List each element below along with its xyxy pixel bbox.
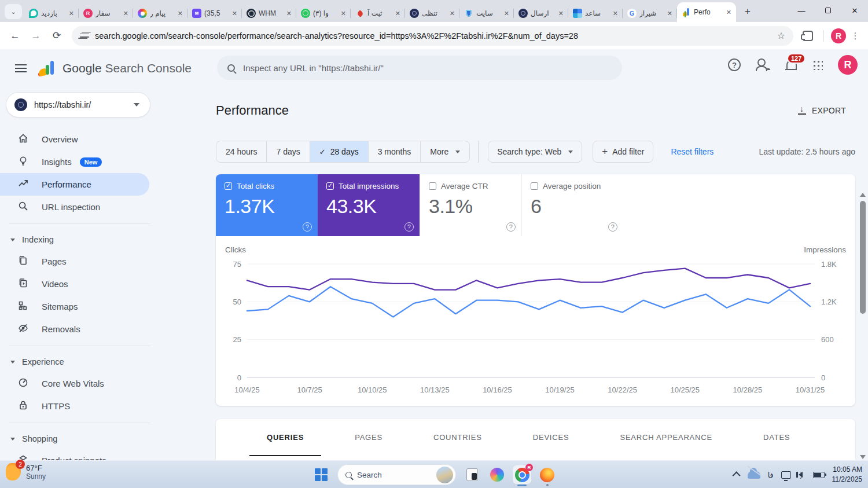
tab-countries[interactable]: COUNTRIES	[416, 419, 499, 456]
tab-search-button[interactable]: ⌄	[5, 4, 22, 19]
sidebar-item-https[interactable]: HTTPS	[0, 395, 149, 417]
date-range-3-months[interactable]: 3 months	[368, 141, 421, 162]
tab-close-icon[interactable]: ✕	[448, 10, 456, 17]
checked-checkbox[interactable]	[326, 182, 334, 190]
sidebar-section-experience[interactable]: Experience	[0, 351, 162, 372]
unchecked-checkbox[interactable]	[429, 182, 436, 190]
sidebar-item-videos[interactable]: Videos	[0, 273, 149, 295]
language-indicator[interactable]: فا	[768, 471, 774, 479]
weather-widget[interactable]: 2 67°F Sunny	[6, 463, 46, 480]
tab-close-icon[interactable]: ✕	[725, 9, 733, 16]
browser-menu-icon[interactable]: ⋮	[848, 31, 862, 41]
browser-tab[interactable]: Gشیراز✕	[623, 5, 677, 22]
tab-dates[interactable]: DATES	[746, 419, 807, 456]
user-settings-icon[interactable]	[756, 58, 770, 71]
help-icon[interactable]: ?	[506, 222, 516, 232]
sidebar-item-sitemaps[interactable]: Sitemaps	[0, 295, 149, 318]
reload-button[interactable]: ⟳	[47, 27, 66, 45]
scrollbar-thumb[interactable]	[860, 201, 866, 314]
help-icon[interactable]: ?	[404, 222, 414, 232]
notifications-bell-icon[interactable]: 127	[785, 58, 797, 71]
date-range-24-hours[interactable]: 24 hours	[216, 141, 266, 162]
browser-tab[interactable]: WHM✕	[242, 5, 296, 22]
clock[interactable]: 10:05 AM 11/2/2025	[832, 465, 863, 485]
forward-button[interactable]: →	[27, 27, 45, 45]
unchecked-checkbox[interactable]	[531, 182, 538, 190]
tab-close-icon[interactable]: ✕	[612, 10, 619, 17]
tab-queries[interactable]: QUERIES	[249, 419, 321, 456]
property-selector[interactable]: https://tabshi.ir/	[6, 92, 150, 118]
scroll-up-arrow[interactable]	[860, 193, 866, 197]
browser-tab[interactable]: وا (۳)✕	[296, 5, 351, 22]
tab-close-icon[interactable]: ✕	[231, 10, 238, 17]
sidebar-item-insights[interactable]: InsightsNew	[0, 151, 149, 173]
menu-icon[interactable]	[15, 64, 27, 72]
date-range-more[interactable]: More	[420, 141, 469, 162]
address-bar[interactable]: search.google.com/search-console/perform…	[72, 26, 793, 46]
search-type-chip[interactable]: Search type: Web	[488, 141, 582, 163]
checked-checkbox[interactable]	[225, 182, 232, 190]
tab-close-icon[interactable]: ✕	[557, 10, 565, 17]
sidebar-item-product-snippets[interactable]: Product snippets	[0, 449, 149, 460]
google-apps-icon[interactable]	[812, 60, 823, 70]
url-text[interactable]: search.google.com/search-console/perform…	[95, 31, 771, 41]
chrome-icon[interactable]: R	[513, 466, 531, 483]
battery-icon[interactable]	[813, 472, 825, 478]
browser-tab[interactable]: ثبت آ✕	[351, 5, 405, 22]
maximize-button[interactable]	[815, 0, 841, 21]
metric-card-total-clicks[interactable]: Total clicks1.37K?	[216, 174, 318, 236]
start-button[interactable]	[312, 466, 330, 483]
sidebar-item-performance[interactable]: Performance	[0, 173, 149, 196]
tab-close-icon[interactable]: ✕	[340, 10, 347, 17]
copilot-icon[interactable]	[488, 466, 506, 483]
sidebar-item-url-inspection[interactable]: URL inspection	[0, 196, 149, 218]
speaker-icon[interactable]	[799, 472, 803, 478]
browser-tab[interactable]: Perfo✕	[677, 2, 736, 22]
export-button[interactable]: EXPORT	[798, 106, 846, 115]
browser-tab[interactable]: بازدید✕	[24, 5, 79, 22]
minimize-button[interactable]: —	[788, 0, 815, 21]
sidebar-item-removals[interactable]: Removals	[0, 318, 149, 340]
browser-profile-avatar[interactable]: R	[831, 28, 846, 43]
reset-filters-link[interactable]: Reset filters	[671, 147, 713, 156]
firefox-icon[interactable]	[538, 466, 556, 483]
extensions-icon[interactable]	[803, 31, 813, 41]
onedrive-icon[interactable]	[748, 471, 760, 479]
metric-card-total-impressions[interactable]: Total impressions43.3K?	[318, 174, 420, 236]
tray-expand-icon[interactable]	[732, 471, 740, 479]
help-icon[interactable]: ?	[608, 222, 617, 232]
tab-pages[interactable]: PAGES	[337, 419, 400, 456]
metric-card-average-position[interactable]: Average position6?	[521, 174, 623, 236]
help-icon[interactable]: ?	[728, 58, 741, 71]
add-filter-chip[interactable]: + Add filter	[593, 141, 653, 163]
browser-tab[interactable]: Rسفار✕	[79, 5, 133, 22]
account-avatar[interactable]: R	[838, 55, 858, 75]
site-settings-icon[interactable]	[80, 32, 89, 39]
display-icon[interactable]	[781, 471, 791, 479]
tab-close-icon[interactable]: ✕	[503, 10, 510, 17]
browser-tab[interactable]: پیام ر✕	[133, 5, 187, 22]
bookmark-star-icon[interactable]: ☆	[777, 30, 785, 41]
url-inspect-search[interactable]: Inspect any URL in "https://tabshi.ir/"	[217, 56, 622, 80]
metric-card-average-ctr[interactable]: Average CTR3.1%?	[420, 174, 521, 236]
close-button[interactable]: ✕	[841, 0, 868, 21]
browser-tab[interactable]: ساعد✕	[568, 5, 623, 22]
tab-close-icon[interactable]: ✕	[68, 10, 75, 17]
scroll-down-arrow[interactable]	[860, 455, 866, 459]
tab-close-icon[interactable]: ✕	[176, 10, 184, 17]
date-range-28-days[interactable]: ✓28 days	[310, 141, 368, 162]
tab-close-icon[interactable]: ✕	[666, 10, 674, 17]
back-button[interactable]: ←	[6, 27, 24, 45]
sidebar-section-shopping[interactable]: Shopping	[0, 428, 162, 449]
sidebar-section-indexing[interactable]: Indexing	[0, 229, 162, 250]
tab-close-icon[interactable]: ✕	[285, 10, 293, 17]
page-scrollbar[interactable]	[859, 193, 867, 459]
tab-close-icon[interactable]: ✕	[394, 10, 402, 17]
help-icon[interactable]: ?	[303, 222, 312, 232]
sidebar-item-core-web-vitals[interactable]: Core Web Vitals	[0, 372, 149, 395]
browser-tab[interactable]: سایت✕	[459, 5, 514, 22]
sidebar-item-pages[interactable]: Pages	[0, 250, 149, 273]
browser-tab[interactable]: ✉(35,5✕	[187, 5, 242, 22]
sidebar-item-overview[interactable]: Overview	[0, 128, 149, 151]
taskbar-search[interactable]: Search	[337, 464, 456, 485]
